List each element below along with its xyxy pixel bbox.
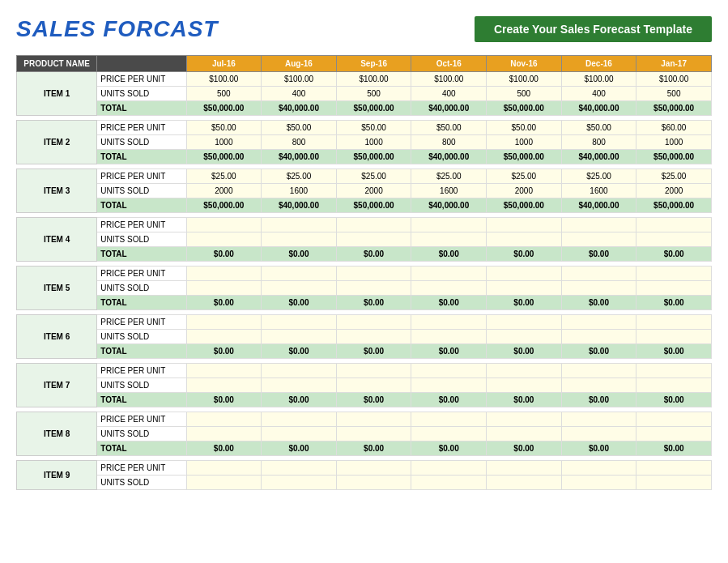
- units-cell-7-1: [262, 427, 337, 441]
- price-cell-6-4: [487, 364, 562, 378]
- col-header-jul16: Jul-16: [186, 56, 262, 72]
- total-cell-5-1: $0.00: [262, 344, 337, 359]
- item-label-5: ITEM 6: [17, 315, 97, 359]
- total-cell-7-2: $0.00: [336, 441, 411, 456]
- price-cell-8-5: [561, 461, 636, 476]
- units-cell-0-6: 500: [636, 87, 712, 101]
- total-cell-6-1: $0.00: [262, 393, 337, 407]
- col-header-oct16: Oct-16: [411, 56, 487, 72]
- price-cell-3-5: [561, 218, 636, 232]
- price-cell-7-2: [336, 412, 411, 427]
- total-cell-0-1: $40,000.00: [262, 101, 337, 116]
- item-label-6: ITEM 7: [17, 364, 97, 407]
- price-cell-0-5: $100.00: [561, 72, 636, 87]
- total-cell-0-4: $50,000.00: [487, 101, 562, 116]
- total-cell-4-1: $0.00: [262, 296, 337, 310]
- total-cell-6-3: $0.00: [411, 393, 487, 407]
- total-cell-4-2: $0.00: [336, 296, 411, 310]
- price-label-4: PRICE PER UNIT: [97, 267, 186, 281]
- price-cell-5-0: [186, 315, 262, 330]
- price-cell-5-6: [636, 315, 712, 330]
- price-label-0: PRICE PER UNIT: [97, 72, 186, 87]
- price-cell-0-0: $100.00: [186, 72, 262, 87]
- units-cell-4-2: [336, 281, 411, 296]
- price-cell-0-4: $100.00: [487, 72, 562, 87]
- col-header-jan17: Jan-17: [636, 56, 712, 72]
- units-cell-5-1: [262, 330, 337, 344]
- units-cell-5-4: [487, 330, 562, 344]
- price-cell-7-4: [487, 412, 562, 427]
- total-label-6: TOTAL: [97, 393, 186, 407]
- total-cell-2-5: $40,000.00: [561, 198, 636, 213]
- price-label-7: PRICE PER UNIT: [97, 412, 186, 427]
- units-label-8: UNITS SOLD: [97, 476, 186, 490]
- price-label-5: PRICE PER UNIT: [97, 315, 186, 330]
- price-cell-5-4: [487, 315, 562, 330]
- price-cell-5-1: [262, 315, 337, 330]
- total-cell-4-0: $0.00: [186, 296, 262, 310]
- total-cell-6-6: $0.00: [636, 393, 712, 407]
- units-cell-1-1: 800: [262, 135, 337, 150]
- price-cell-2-1: $25.00: [262, 169, 337, 184]
- price-cell-8-0: [186, 461, 262, 476]
- price-cell-1-6: $60.00: [636, 121, 712, 135]
- units-cell-7-4: [487, 427, 562, 441]
- units-cell-4-0: [186, 281, 262, 296]
- total-label-1: TOTAL: [97, 150, 186, 164]
- total-label-4: TOTAL: [97, 296, 186, 310]
- units-cell-1-6: 1000: [636, 135, 712, 150]
- price-cell-1-3: $50.00: [411, 121, 487, 135]
- total-cell-4-5: $0.00: [561, 296, 636, 310]
- units-label-6: UNITS SOLD: [97, 378, 186, 393]
- total-cell-5-4: $0.00: [487, 344, 562, 359]
- price-cell-2-4: $25.00: [487, 169, 562, 184]
- total-cell-3-1: $0.00: [262, 247, 337, 262]
- total-label-0: TOTAL: [97, 101, 186, 116]
- price-cell-2-3: $25.00: [411, 169, 487, 184]
- total-cell-7-4: $0.00: [487, 441, 562, 456]
- units-cell-8-5: [561, 476, 636, 490]
- total-cell-5-5: $0.00: [561, 344, 636, 359]
- price-cell-2-6: $25.00: [636, 169, 712, 184]
- total-label-7: TOTAL: [97, 441, 186, 456]
- total-cell-3-6: $0.00: [636, 247, 712, 262]
- total-cell-3-2: $0.00: [336, 247, 411, 262]
- price-cell-3-3: [411, 218, 487, 232]
- price-cell-6-6: [636, 364, 712, 378]
- price-cell-5-5: [561, 315, 636, 330]
- total-cell-1-6: $50,000.00: [636, 150, 712, 164]
- units-cell-2-0: 2000: [186, 184, 262, 198]
- price-cell-4-0: [186, 267, 262, 281]
- total-cell-0-3: $40,000.00: [411, 101, 487, 116]
- price-cell-1-4: $50.00: [487, 121, 562, 135]
- price-cell-3-6: [636, 218, 712, 232]
- total-label-5: TOTAL: [97, 344, 186, 359]
- total-cell-2-6: $50,000.00: [636, 198, 712, 213]
- units-cell-8-0: [186, 476, 262, 490]
- units-cell-5-0: [186, 330, 262, 344]
- item-label-2: ITEM 3: [17, 169, 97, 213]
- price-cell-1-2: $50.00: [336, 121, 411, 135]
- units-cell-3-4: [487, 232, 562, 247]
- units-cell-1-4: 1000: [487, 135, 562, 150]
- price-cell-1-1: $50.00: [262, 121, 337, 135]
- units-cell-7-6: [636, 427, 712, 441]
- units-cell-6-4: [487, 378, 562, 393]
- total-label-3: TOTAL: [97, 247, 186, 262]
- units-cell-1-0: 1000: [186, 135, 262, 150]
- price-cell-4-5: [561, 267, 636, 281]
- item-label-0: ITEM 1: [17, 72, 97, 116]
- price-label-3: PRICE PER UNIT: [97, 218, 186, 232]
- price-cell-2-2: $25.00: [336, 169, 411, 184]
- units-label-3: UNITS SOLD: [97, 232, 186, 247]
- total-cell-3-0: $0.00: [186, 247, 262, 262]
- total-cell-5-2: $0.00: [336, 344, 411, 359]
- price-cell-2-5: $25.00: [561, 169, 636, 184]
- total-cell-1-5: $40,000.00: [561, 150, 636, 164]
- page-title: SALES FORCAST: [16, 16, 218, 42]
- total-label-2: TOTAL: [97, 198, 186, 213]
- total-cell-0-6: $50,000.00: [636, 101, 712, 116]
- item-label-7: ITEM 8: [17, 412, 97, 456]
- price-label-2: PRICE PER UNIT: [97, 169, 186, 184]
- units-label-2: UNITS SOLD: [97, 184, 186, 198]
